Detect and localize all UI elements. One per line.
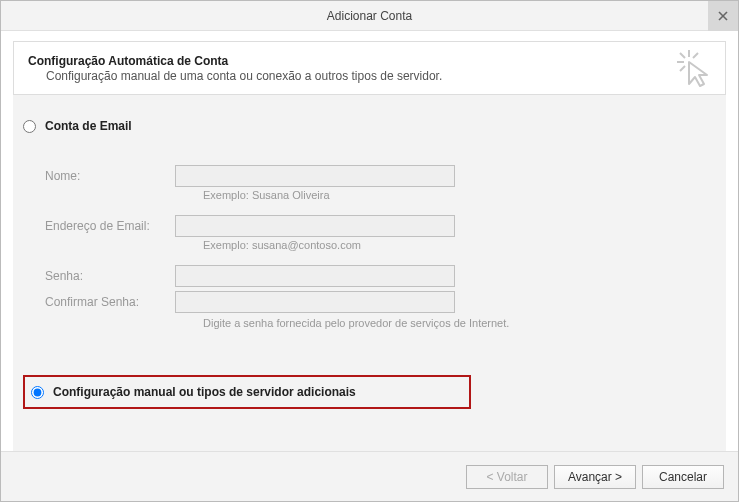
email-input xyxy=(175,215,455,237)
next-button[interactable]: Avançar > xyxy=(554,465,636,489)
radio-manual-config[interactable] xyxy=(31,386,44,399)
name-hint: Exemplo: Susana Oliveira xyxy=(175,189,716,201)
radio-email-account-row: Conta de Email xyxy=(23,117,716,135)
confirm-password-row: Confirmar Senha: xyxy=(45,291,716,313)
content-area: Configuração Automática de Conta Configu… xyxy=(1,31,738,451)
wizard-footer: < Voltar Avançar > Cancelar xyxy=(1,451,738,501)
password-row: Senha: xyxy=(45,265,716,287)
wizard-header: Configuração Automática de Conta Configu… xyxy=(13,41,726,95)
email-fields-block: Nome: Exemplo: Susana Oliveira Endereço … xyxy=(45,165,716,329)
wizard-header-title: Configuração Automática de Conta xyxy=(28,54,711,68)
cursor-click-icon xyxy=(675,48,715,91)
password-label: Senha: xyxy=(45,269,175,283)
email-label: Endereço de Email: xyxy=(45,219,175,233)
manual-config-highlight: Configuração manual ou tipos de servidor… xyxy=(23,375,471,409)
dialog-window: Adicionar Conta Configuração Automática … xyxy=(0,0,739,502)
svg-line-4 xyxy=(680,53,685,58)
name-label: Nome: xyxy=(45,169,175,183)
back-button: < Voltar xyxy=(466,465,548,489)
close-icon xyxy=(718,9,728,23)
form-body: Conta de Email Nome: Exemplo: Susana Oli… xyxy=(13,95,726,451)
radio-email-account-label: Conta de Email xyxy=(45,119,132,133)
name-row: Nome: xyxy=(45,165,716,187)
name-input xyxy=(175,165,455,187)
email-row: Endereço de Email: xyxy=(45,215,716,237)
wizard-header-subtitle: Configuração manual de uma conta ou cone… xyxy=(46,69,711,83)
email-hint: Exemplo: susana@contoso.com xyxy=(175,239,716,251)
cancel-button[interactable]: Cancelar xyxy=(642,465,724,489)
svg-line-5 xyxy=(693,53,698,58)
password-input xyxy=(175,265,455,287)
radio-manual-row: Configuração manual ou tipos de servidor… xyxy=(31,383,463,401)
svg-line-6 xyxy=(680,66,685,71)
confirm-password-label: Confirmar Senha: xyxy=(45,295,175,309)
titlebar: Adicionar Conta xyxy=(1,1,738,31)
confirm-password-input xyxy=(175,291,455,313)
close-button[interactable] xyxy=(708,1,738,31)
password-info: Digite a senha fornecida pelo provedor d… xyxy=(175,317,716,329)
radio-email-account[interactable] xyxy=(23,120,36,133)
radio-manual-config-label: Configuração manual ou tipos de servidor… xyxy=(53,385,356,399)
window-title: Adicionar Conta xyxy=(327,9,412,23)
